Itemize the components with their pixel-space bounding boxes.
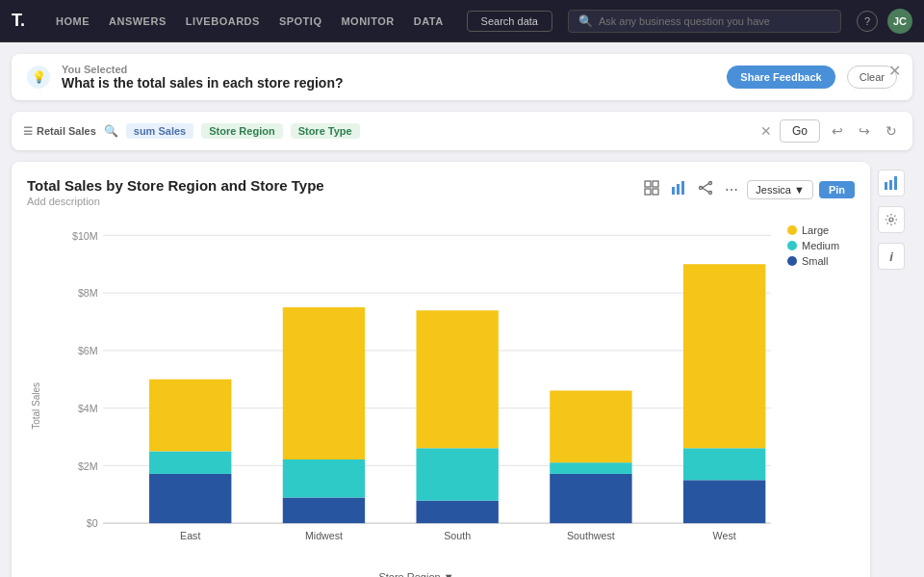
chart-add-description[interactable]: Add description [27, 196, 324, 207]
tag-store-type[interactable]: Store Type [291, 123, 360, 139]
southwest-medium-bar [550, 462, 631, 474]
bar-chart-svg: $10M $8M $6M $4M $2M $0 [57, 215, 776, 564]
share-feedback-button[interactable]: Share Feedback [727, 66, 834, 89]
source-label: Retail Sales [37, 125, 96, 137]
jessica-dropdown[interactable]: Jessica ▼ [747, 180, 813, 199]
info-button[interactable]: i [878, 243, 905, 270]
southwest-small-bar [550, 474, 631, 523]
svg-line-10 [703, 184, 709, 189]
nav-liveboards[interactable]: LIVEBOARDS [178, 12, 268, 31]
refresh-button[interactable]: ↻ [882, 121, 901, 141]
svg-rect-4 [672, 187, 675, 195]
legend-small-label: Small [802, 255, 829, 267]
banner-question: What is the total sales in each store re… [62, 75, 715, 91]
pin-button[interactable]: Pin [819, 181, 855, 198]
east-large-bar [149, 380, 231, 452]
topnav: T. HOME ANSWERS LIVEBOARDS SPOTIQ MONITO… [0, 0, 924, 42]
legend-medium: Medium [787, 240, 855, 251]
table-view-button[interactable] [641, 177, 662, 201]
legend-medium-label: Medium [802, 240, 839, 251]
share-button[interactable] [695, 177, 716, 201]
southwest-large-bar [550, 390, 631, 462]
undo-button[interactable]: ↩ [828, 121, 847, 141]
legend-small: Small [787, 255, 855, 267]
chart-legend: Large Medium Small [787, 215, 855, 577]
chart-actions: ⋯ Jessica ▼ Pin [641, 177, 855, 201]
svg-point-9 [700, 187, 703, 190]
avatar[interactable]: JC [887, 9, 912, 34]
svg-text:$0: $0 [87, 517, 98, 529]
tag-sum-sales[interactable]: sum Sales [126, 123, 193, 139]
east-medium-bar [149, 451, 231, 473]
east-small-bar [149, 474, 231, 523]
svg-point-32 [889, 218, 893, 222]
chart-footer: Store Region ▼ Showing 15 of 15 data poi… [57, 571, 776, 577]
bar-chart-button[interactable] [668, 177, 689, 201]
west-small-bar [683, 480, 765, 523]
banner-label: You Selected [62, 64, 715, 75]
midwest-medium-bar [283, 459, 365, 497]
logo: T. [12, 11, 25, 31]
svg-text:$2M: $2M [78, 460, 98, 472]
svg-text:Midwest: Midwest [305, 530, 343, 541]
list-icon: ☰ [23, 125, 33, 138]
more-options-button[interactable]: ⋯ [722, 179, 741, 200]
nav-data[interactable]: DATA [406, 12, 451, 31]
west-large-bar [683, 264, 765, 448]
nav-home[interactable]: HOME [48, 12, 97, 31]
chart-type-button[interactable] [878, 170, 905, 197]
chart-area: Total Sales $10M $8M $6M $4M [27, 215, 855, 577]
svg-text:West: West [713, 530, 736, 541]
midwest-large-bar [283, 307, 365, 459]
legend-large-label: Large [802, 224, 829, 236]
topnav-actions: ? JC [857, 9, 912, 34]
south-large-bar [417, 310, 499, 448]
svg-rect-3 [653, 189, 658, 195]
global-search-bar: 🔍 [568, 10, 841, 33]
bulb-icon: 💡 [27, 66, 50, 89]
svg-rect-31 [894, 176, 897, 190]
global-search-input[interactable] [599, 15, 831, 27]
south-small-bar [417, 501, 499, 523]
chart-title-area: Total Sales by Store Region and Store Ty… [27, 177, 324, 207]
chart-title: Total Sales by Store Region and Store Ty… [27, 177, 324, 194]
tag-store-region[interactable]: Store Region [201, 123, 282, 139]
legend-large: Large [787, 224, 855, 236]
y-axis-label: Total Sales [27, 215, 45, 577]
nav-links: HOME ANSWERS LIVEBOARDS SPOTIQ MONITOR D… [48, 12, 451, 31]
search-icon-bar: 🔍 [104, 124, 118, 138]
close-banner-button[interactable]: ✕ [888, 62, 901, 80]
search-data-button[interactable]: Search data [467, 11, 552, 32]
nav-answers[interactable]: ANSWERS [101, 12, 174, 31]
chart-header: Total Sales by Store Region and Store Ty… [27, 177, 855, 207]
chevron-down-icon: ▼ [794, 184, 805, 196]
settings-button[interactable] [878, 206, 905, 233]
svg-rect-30 [889, 180, 892, 190]
search-clear-button[interactable]: ✕ [760, 123, 772, 139]
svg-rect-2 [645, 189, 651, 195]
nav-monitor[interactable]: MONITOR [333, 12, 401, 31]
svg-point-7 [709, 182, 712, 185]
x-axis-label-text: Store Region [378, 571, 440, 577]
nav-spotiq[interactable]: SPOTIQ [271, 12, 330, 31]
retail-sales-source: ☰ Retail Sales [23, 125, 96, 138]
chart-main: $10M $8M $6M $4M $2M $0 [57, 215, 776, 577]
svg-text:$4M: $4M [78, 403, 98, 414]
redo-button[interactable]: ↪ [855, 121, 874, 141]
help-button[interactable]: ? [857, 11, 878, 32]
banner-text-area: You Selected What is the total sales in … [62, 64, 715, 91]
svg-rect-5 [677, 184, 680, 195]
x-axis-dropdown-icon[interactable]: ▼ [444, 571, 454, 577]
legend-large-dot [787, 225, 797, 235]
west-medium-bar [683, 448, 765, 480]
svg-text:Southwest: Southwest [567, 530, 615, 541]
svg-text:$10M: $10M [72, 230, 98, 242]
legend-medium-dot [787, 241, 797, 250]
svg-text:$8M: $8M [78, 287, 98, 299]
chart-card: Total Sales by Store Region and Store Ty… [12, 162, 870, 577]
jessica-label: Jessica [756, 184, 791, 196]
south-medium-bar [417, 448, 499, 500]
svg-text:East: East [180, 530, 200, 541]
right-sidebar: i [878, 162, 905, 277]
go-button[interactable]: Go [780, 119, 820, 143]
